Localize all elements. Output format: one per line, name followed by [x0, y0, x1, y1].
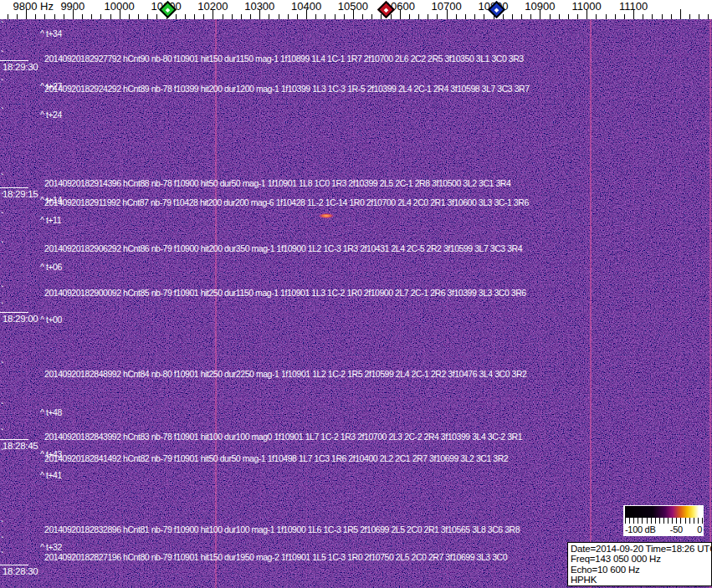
ruler-tick	[44, 14, 45, 19]
event-log-row: 20140920182832896 hCnt81 nb-79 f10900 hi…	[44, 524, 520, 534]
ruler-tick	[315, 14, 316, 19]
ruler-tick	[512, 14, 513, 19]
color-scale-tick	[625, 518, 626, 524]
edge-tick-mark: `	[1, 538, 3, 543]
db-color-scale: -100 dB -50 0	[623, 505, 704, 536]
spectrum-analyzer-window: 9800 Hz990010000101001020010300104001050…	[0, 0, 712, 588]
edge-tick-mark: `	[1, 213, 3, 218]
color-scale-tick	[680, 518, 681, 524]
ruler-tick	[662, 14, 663, 19]
ruler-label: 9900	[60, 0, 85, 13]
ruler-label: 11100	[619, 0, 648, 13]
ruler-label: 10200	[197, 0, 228, 13]
ruler-tick	[185, 14, 186, 19]
ruler-tick	[110, 14, 111, 19]
event-log-row: 20140920182924292 hCnt89 nb-78 f10399 hi…	[44, 84, 530, 94]
time-offset-mark: ^ t+27	[40, 81, 62, 91]
ruler-tick	[129, 14, 130, 19]
marker-green-center-dot	[166, 8, 171, 13]
edge-tick-mark: `	[1, 430, 3, 435]
db-label-max: 0	[697, 524, 702, 534]
edge-tick-mark: `	[1, 243, 3, 248]
ruler-tick	[699, 14, 699, 19]
grid-hline	[0, 399, 712, 400]
ruler-tick	[652, 14, 653, 19]
ruler-tick	[156, 14, 157, 19]
ruler-tick	[269, 14, 269, 19]
grid-vline	[166, 19, 167, 588]
marker-red-center-dot	[384, 8, 389, 13]
ruler-tick	[550, 14, 551, 19]
ruler-tick	[568, 14, 569, 19]
event-log-row: 20140920182906292 hCnt86 nb-79 f10900 hi…	[44, 243, 522, 253]
edge-tick-mark: `	[1, 23, 3, 28]
time-offset-mark: ^ t+43	[40, 449, 62, 459]
ruler-tick	[241, 14, 242, 19]
grid-vline	[26, 19, 27, 588]
color-scale-tick	[642, 518, 643, 524]
db-label-mid: -50	[670, 524, 683, 534]
time-offset-mark: ^ t+06	[40, 262, 62, 272]
time-offset-mark: ^ t+34	[40, 28, 62, 38]
grid-hline	[0, 270, 712, 271]
event-log-row: 20140920182848992 hCnt84 nb-80 f10901 hi…	[44, 369, 527, 379]
color-scale-tick	[668, 518, 668, 524]
ruler-label: 9800 Hz	[13, 0, 54, 13]
ruler-tick	[176, 14, 177, 19]
ruler-tick	[64, 14, 64, 19]
grid-vline	[400, 19, 401, 588]
ruler-tick	[17, 14, 18, 19]
grid-vline	[353, 19, 354, 588]
grid-hline	[0, 228, 712, 228]
color-scale-tick	[633, 518, 634, 524]
ruler-tick	[147, 14, 148, 19]
ruler-tick	[615, 14, 616, 19]
grid-vline	[494, 19, 494, 588]
grid-vline	[306, 19, 307, 588]
event-log-row: 20140920182827196 hCnt80 nb-79 f10901 hi…	[44, 552, 507, 562]
grid-vline	[447, 19, 448, 588]
carrier-vline	[215, 19, 217, 588]
ruler-tick	[35, 14, 36, 19]
grid-vline	[680, 19, 681, 588]
noise-texture	[0, 19, 712, 588]
time-offset-mark: ^ t+00	[40, 314, 62, 325]
ruler-tick	[465, 14, 466, 19]
ruler-tick	[474, 14, 475, 19]
color-scale-tick	[672, 518, 673, 524]
ruler-label: 10300	[244, 0, 274, 13]
color-scale-tick	[655, 518, 656, 524]
time-label: 18:29:00	[3, 314, 38, 324]
info-frequency: Freq=143 050 000 Hz	[571, 554, 711, 564]
event-log-row: 20140920182914396 hCnt88 nb-78 f10900 hi…	[44, 178, 510, 188]
ruler-label: 10500	[338, 0, 368, 13]
time-offset-mark: ^ t+41	[40, 470, 62, 480]
ruler-label: 10400	[291, 0, 321, 13]
status-info-box: Date=2014-09-20 Time=18:26 UTC Freq=143 …	[567, 542, 712, 586]
color-scale-tick	[638, 518, 638, 524]
ruler-tick	[503, 14, 504, 19]
ruler-tick	[82, 14, 83, 19]
color-scale-tick	[685, 518, 686, 524]
ruler-tick	[335, 14, 336, 19]
ruler-tick	[194, 14, 195, 19]
carrier-vline	[590, 19, 592, 588]
ruler-tick	[521, 14, 522, 19]
ruler-tick	[371, 14, 372, 19]
edge-tick-mark: `	[1, 404, 3, 409]
event-log-row: 20140920182927792 hCnt90 nb-80 f10901 hi…	[44, 54, 524, 64]
ruler-tick	[203, 14, 204, 19]
db-label-min: -100 dB	[625, 524, 655, 534]
ruler-tick	[138, 14, 139, 19]
grid-vline	[633, 19, 634, 588]
color-scale-tick	[659, 518, 660, 524]
ruler-tick	[428, 14, 428, 19]
time-tick	[0, 187, 28, 188]
grid-vline	[120, 19, 120, 588]
edge-tick-mark: `	[1, 553, 3, 558]
color-gradient-bar	[625, 506, 702, 518]
grid-hline	[0, 313, 712, 314]
grid-hline	[0, 356, 712, 357]
color-scale-ticks	[625, 518, 702, 524]
event-log-row: 20140920182911992 hCnt87 nb-79 f10428 hi…	[44, 197, 529, 207]
